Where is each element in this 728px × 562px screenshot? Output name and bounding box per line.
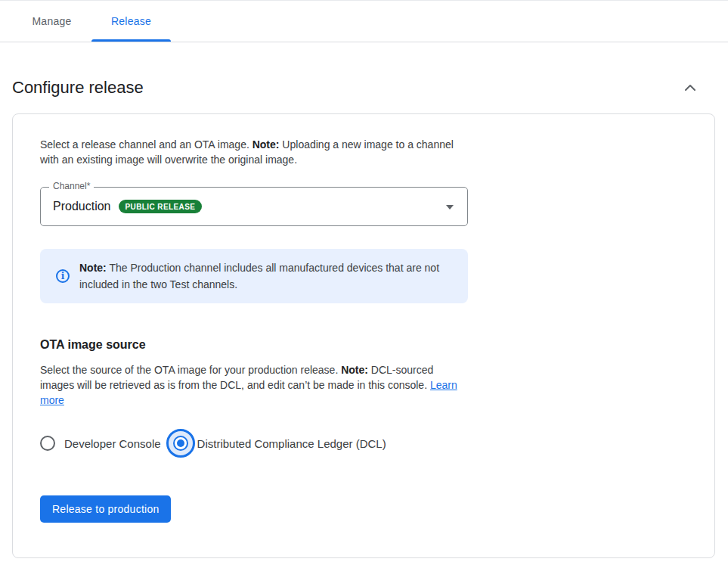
active-tab-indicator <box>91 39 171 42</box>
release-to-production-button[interactable]: Release to production <box>40 495 171 523</box>
radio-focus-ring <box>166 429 195 458</box>
note-box-label: Note: <box>79 262 107 274</box>
radio-dcl-label: Distributed Compliance Ledger (DCL) <box>197 437 386 450</box>
channel-field-label: Channel* <box>49 181 94 191</box>
tab-release[interactable]: Release <box>91 1 171 42</box>
tabs-bar: Manage Release <box>0 1 728 42</box>
ota-source-description: Select the source of the OTA image for y… <box>40 362 468 408</box>
chevron-up-icon <box>681 88 699 99</box>
radio-developer-console[interactable]: Developer Console <box>40 436 161 451</box>
page: Manage Release Configure release Select … <box>0 0 728 562</box>
section-header: Configure release <box>12 77 716 98</box>
radio-dcl[interactable]: Distributed Compliance Ledger (DCL) <box>166 429 386 458</box>
intro-text-pre: Select a release channel and an OTA imag… <box>40 138 252 151</box>
tab-manage[interactable]: Manage <box>12 1 91 42</box>
collapse-section-button[interactable] <box>681 79 699 97</box>
ota-desc-pre: Select the source of the OTA image for y… <box>40 364 341 376</box>
dropdown-arrow-icon <box>446 205 454 210</box>
radio-unselected-icon <box>40 436 55 451</box>
page-title: Configure release <box>12 78 144 98</box>
ota-image-source-heading: OTA image source <box>40 338 687 352</box>
intro-note-label: Note: <box>252 138 280 151</box>
tab-manage-label: Manage <box>32 15 71 27</box>
ota-desc-note-label: Note: <box>341 364 368 376</box>
note-box-text: Note: The Production channel includes al… <box>79 259 450 293</box>
production-note-box: i Note: The Production channel includes … <box>40 249 468 303</box>
radio-developer-console-label: Developer Console <box>64 437 161 450</box>
radio-selected-icon <box>173 436 188 451</box>
intro-text: Select a release channel and an OTA imag… <box>40 137 468 167</box>
configure-release-card: Select a release channel and an OTA imag… <box>12 113 715 558</box>
info-icon: i <box>56 269 70 283</box>
channel-selected-value: Production <box>53 200 111 213</box>
radio-dot <box>177 439 184 447</box>
channel-select[interactable]: Channel* Production PUBLIC RELEASE <box>40 187 468 226</box>
tab-release-label: Release <box>111 15 151 27</box>
ota-source-radio-group: Developer Console Distributed Compliance… <box>40 429 687 458</box>
public-release-badge: PUBLIC RELEASE <box>119 200 203 213</box>
note-box-body: The Production channel includes all manu… <box>79 262 439 290</box>
